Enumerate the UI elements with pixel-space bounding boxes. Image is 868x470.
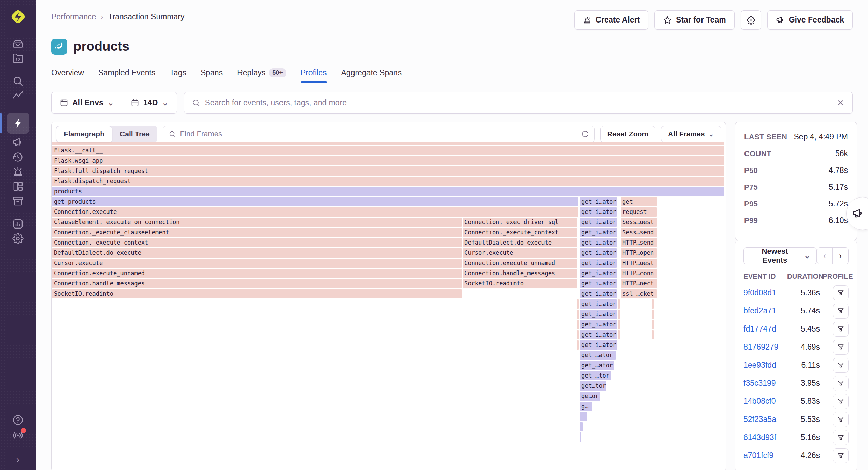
flame-frame[interactable] bbox=[580, 412, 587, 421]
sidebar-item-releases[interactable] bbox=[7, 150, 29, 164]
event-id-link[interactable]: 14b08cf0 bbox=[743, 392, 787, 410]
sidebar-item-user-feedback[interactable] bbox=[7, 135, 29, 150]
flame-frame-products[interactable]: products bbox=[52, 187, 724, 196]
flame-frame-get[interactable]: get bbox=[621, 197, 657, 206]
environment-filter[interactable]: All Envs ⌄ bbox=[52, 92, 122, 113]
flamegraph-canvas[interactable]: Flask.__call__Flask.wsgi_appFlask.full_d… bbox=[52, 142, 725, 470]
event-sort-dropdown[interactable]: Newest Events ⌄ bbox=[743, 247, 817, 264]
flame-frame-connection-execute-unnamed[interactable]: Connection.execute_unnamed bbox=[463, 259, 577, 268]
next-page-button[interactable]: › bbox=[833, 248, 848, 264]
flame-frame-flask-wsgi-app[interactable]: Flask.wsgi_app bbox=[52, 156, 724, 165]
view-profile-button[interactable] bbox=[833, 340, 849, 355]
tab-aggregate-spans[interactable]: Aggregate Spans bbox=[341, 68, 402, 83]
event-id-link[interactable]: fd17747d bbox=[743, 320, 787, 338]
tab-tags[interactable]: Tags bbox=[170, 68, 186, 83]
view-profile-button[interactable] bbox=[833, 430, 849, 445]
flame-frame-clauseelement-execute-on-connection[interactable]: ClauseElement._execute_on_connection bbox=[52, 218, 462, 227]
flame-frame-connection-execute-unnamed[interactable]: Connection.execute_unnamed bbox=[52, 269, 462, 278]
flame-frame-http-uest[interactable]: HTTP…uest bbox=[621, 259, 657, 268]
flame-frame-get-products[interactable]: get_products bbox=[52, 197, 578, 206]
flame-frame-ssl-cket[interactable]: ssl_…cket bbox=[621, 289, 657, 298]
flame-frame-get-i-ator[interactable]: get_i…ator bbox=[580, 228, 617, 237]
flame-frame-http-send[interactable]: HTTP…send bbox=[621, 238, 657, 247]
flame-frame-g-[interactable]: g… bbox=[580, 402, 592, 411]
flame-frame[interactable] bbox=[577, 310, 579, 319]
view-profile-button[interactable] bbox=[833, 322, 849, 337]
flame-frame-get-i-ator[interactable]: get_i…ator bbox=[580, 279, 617, 288]
flame-frame-connection-execute-context[interactable]: Connection._execute_context bbox=[463, 228, 577, 237]
view-profile-button[interactable] bbox=[833, 285, 849, 300]
frame-filter-dropdown[interactable]: All Frames ⌄ bbox=[661, 126, 721, 142]
event-id-link[interactable]: 1ee93fdd bbox=[743, 356, 787, 374]
flame-frame-connection-exec-driver-sql[interactable]: Connection._exec_driver_sql bbox=[463, 218, 577, 227]
view-profile-button[interactable] bbox=[833, 448, 849, 463]
event-id-link[interactable]: a701fcf9 bbox=[743, 446, 787, 465]
sidebar-item-insights[interactable] bbox=[7, 217, 29, 231]
flame-frame-get-i-ator[interactable]: get_i…ator bbox=[580, 207, 617, 217]
sidebar-item-search[interactable] bbox=[7, 74, 29, 88]
flame-frame-connection-handle-messages[interactable]: Connection.handle_messages bbox=[463, 269, 577, 278]
view-profile-button[interactable] bbox=[833, 394, 849, 409]
flame-frame-sess-send[interactable]: Sess…send bbox=[621, 228, 657, 237]
event-id-link[interactable]: f35c3199 bbox=[743, 374, 787, 392]
sidebar-item-stats[interactable] bbox=[7, 194, 29, 208]
sidebar-item-projects[interactable] bbox=[7, 51, 29, 65]
flame-frame-http-open[interactable]: HTTP…open bbox=[621, 248, 657, 258]
flame-frame[interactable] bbox=[652, 299, 654, 309]
reset-zoom-button[interactable]: Reset Zoom bbox=[600, 126, 655, 142]
tab-spans[interactable]: Spans bbox=[201, 68, 223, 83]
flame-frame-connection-execute-context[interactable]: Connection._execute_context bbox=[52, 238, 462, 247]
flame-frame-sess-uest[interactable]: Sess…uest bbox=[621, 218, 657, 227]
flame-frame[interactable] bbox=[652, 310, 654, 319]
transaction-settings-button[interactable] bbox=[741, 10, 761, 30]
flame-frame-get-tor[interactable]: get…tor bbox=[580, 381, 606, 391]
call-tree-view-button[interactable]: Call Tree bbox=[112, 126, 157, 142]
flame-frame[interactable] bbox=[652, 330, 654, 339]
flame-frame-get-ator[interactable]: get_…ator bbox=[580, 361, 614, 370]
flame-frame[interactable] bbox=[618, 299, 620, 309]
flame-frame-get-i-ator[interactable]: get_i…ator bbox=[580, 289, 617, 298]
flame-frame[interactable] bbox=[577, 340, 579, 350]
tab-profiles[interactable]: Profiles bbox=[301, 68, 327, 83]
flame-frame-get-i-ator[interactable]: get_i…ator bbox=[580, 320, 617, 329]
flame-frame-get-i-ator[interactable]: get_i…ator bbox=[580, 340, 617, 350]
view-profile-button[interactable] bbox=[833, 376, 849, 391]
event-id-link[interactable]: 52f23a5a bbox=[743, 410, 787, 428]
sidebar-collapse-chevron[interactable]: › bbox=[7, 454, 29, 465]
sidebar-item-settings[interactable] bbox=[7, 231, 29, 246]
flame-frame-flask-dispatch-request[interactable]: Flask.dispatch_request bbox=[52, 177, 724, 186]
flame-frame-connection-handle-messages[interactable]: Connection.handle_messages bbox=[52, 279, 462, 288]
flame-frame[interactable] bbox=[577, 299, 579, 309]
flame-frame-get-i-ator[interactable]: get_i…ator bbox=[580, 248, 617, 258]
previous-page-button[interactable]: ‹ bbox=[817, 248, 833, 264]
tab-overview[interactable]: Overview bbox=[51, 68, 84, 83]
date-range-filter[interactable]: 14D ⌄ bbox=[122, 92, 176, 113]
sentry-logo[interactable] bbox=[7, 5, 29, 28]
sidebar-item-help[interactable] bbox=[7, 413, 29, 427]
flame-frame-cursor-execute[interactable]: Cursor.execute bbox=[52, 259, 462, 268]
star-for-team-button[interactable]: Star for Team bbox=[654, 10, 735, 30]
flame-frame-request[interactable]: request bbox=[621, 207, 657, 217]
sidebar-item-issues[interactable] bbox=[7, 36, 29, 51]
flame-frame-defaultdialect-do-execute[interactable]: DefaultDialect.do_execute bbox=[52, 248, 462, 258]
create-alert-button[interactable]: Create Alert bbox=[574, 10, 649, 30]
event-id-link[interactable]: 9f0d08d1 bbox=[743, 284, 787, 302]
flame-frame-flask-full-dispatch-request[interactable]: Flask.full_dispatch_request bbox=[52, 166, 724, 176]
flame-frame-ge-or[interactable]: ge…or bbox=[580, 392, 600, 401]
flame-frame-get-i-ator[interactable]: get_i…ator bbox=[580, 197, 617, 206]
sidebar-item-dashboards[interactable] bbox=[7, 179, 29, 194]
breadcrumb-performance[interactable]: Performance bbox=[51, 12, 96, 21]
flame-frame-socketio-readinto[interactable]: SocketIO.readinto bbox=[463, 279, 577, 288]
find-frames-input[interactable] bbox=[180, 130, 577, 138]
flame-frame[interactable] bbox=[618, 320, 620, 329]
flame-frame[interactable] bbox=[577, 320, 579, 329]
sidebar-item-whats-new[interactable] bbox=[7, 427, 29, 442]
flame-frame-get-i-ator[interactable]: get_i…ator bbox=[580, 299, 617, 309]
flame-frame[interactable] bbox=[580, 432, 581, 442]
flame-frame-get-i-ator[interactable]: get_i…ator bbox=[580, 218, 617, 227]
flame-frame-http-conn[interactable]: HTTP…conn bbox=[621, 269, 657, 278]
flame-frame-flask-call-[interactable]: Flask.__call__ bbox=[52, 146, 724, 155]
flame-frame-get-i-ator[interactable]: get_i…ator bbox=[580, 269, 617, 278]
flamegraph-view-button[interactable]: Flamegraph bbox=[56, 126, 112, 142]
event-id-link[interactable]: 6143d93f bbox=[743, 428, 787, 446]
